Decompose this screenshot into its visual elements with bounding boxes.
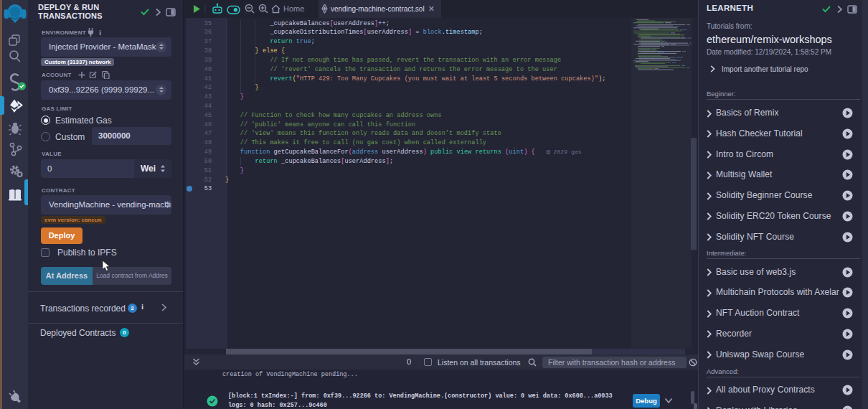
svg-text:i: i: [99, 28, 101, 37]
